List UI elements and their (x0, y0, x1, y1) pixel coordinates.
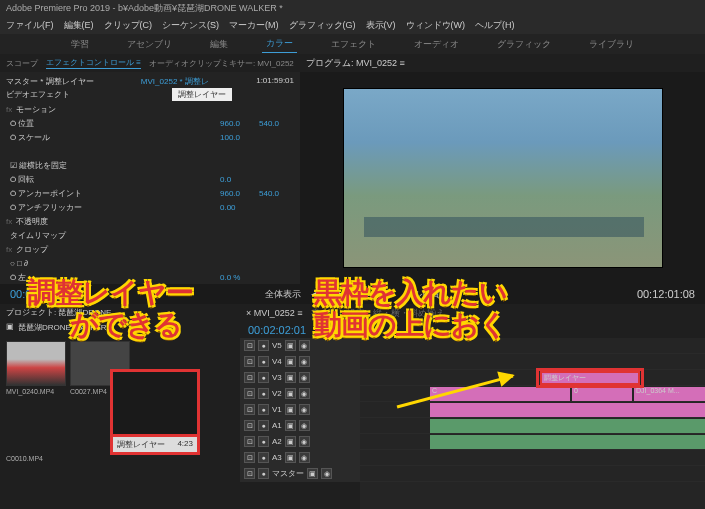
effect-prop[interactable]: ☑ 縦横比を固定 (10, 160, 216, 171)
panel-tab[interactable]: スコープ (6, 58, 38, 69)
effect-prop[interactable]: Ö アンカーポイント (10, 188, 216, 199)
layer-tag: 調整レイヤー (172, 88, 232, 101)
video-effects-label: ビデオエフェクト (6, 89, 294, 100)
workspace-tab[interactable]: 編集 (206, 36, 232, 53)
workspace-tab[interactable]: 学習 (67, 36, 93, 53)
panel-tab[interactable]: エフェクトコントロール ≡ (46, 57, 141, 69)
annotation-left-1: 調整レイヤー (28, 278, 193, 309)
adjustment-layer-thumb[interactable] (110, 369, 200, 437)
audio-a2[interactable] (430, 435, 705, 449)
effect-prop[interactable]: ○ □ ∂ (10, 259, 216, 268)
workspace-tab[interactable]: オーディオ (410, 36, 463, 53)
program-monitor[interactable] (300, 72, 705, 284)
effect-val[interactable]: 960.0 (220, 189, 255, 198)
effect-val[interactable]: 0.0 (220, 175, 255, 184)
workspace-tabs: 学習アセンブリ編集カラーエフェクトオーディオグラフィックライブラリ (0, 34, 705, 54)
panel-tab[interactable]: オーディオクリップミキサー: MVI_0252 (149, 58, 294, 69)
track-header[interactable]: ⊡●V3▣◉ (240, 370, 360, 386)
workspace-tab[interactable]: エフェクト (327, 36, 380, 53)
track-header[interactable]: ⊡●V1▣◉ (240, 402, 360, 418)
annotation-right-2: 動画の上におく (314, 310, 507, 341)
video-v1[interactable] (430, 403, 705, 417)
sequence-tab[interactable]: × MVI_0252 ≡ (246, 308, 303, 318)
video-clip-2[interactable]: 0 (572, 387, 632, 401)
effect-val[interactable]: 540.0 (259, 189, 294, 198)
effect-controls-panel: マスター * 調整レイヤー MVI_0252 * 調整レ 1:01:59:01 … (0, 72, 300, 284)
track-header[interactable]: ⊡●マスター▣◉ (240, 466, 360, 482)
effect-val[interactable]: 0.0 % (220, 273, 255, 282)
effect-prop[interactable]: クロップ (16, 244, 216, 255)
window-title: Adobe Premiere Pro 2019 - b¥Adobe動画¥琵琶湖D… (0, 0, 705, 18)
fit-dropdown[interactable]: 全体表示 (265, 288, 301, 301)
thumb-0240[interactable] (6, 341, 66, 386)
effect-timecode: 1:01:59:01 (256, 76, 294, 87)
track-header[interactable]: ⊡●A1▣◉ (240, 418, 360, 434)
program-label: プログラム: MVI_0252 ≡ (306, 57, 405, 70)
master-label: マスター * 調整レイヤー (6, 76, 94, 87)
effect-val[interactable]: 100.0 (220, 133, 255, 142)
thumb-c0010-label: C0010.MP4 (6, 455, 234, 462)
menu-item[interactable]: ヘルプ(H) (475, 19, 515, 33)
video-clip-3[interactable]: DJI_0364 M... (634, 387, 705, 401)
adj-duration: 4:23 (177, 439, 193, 450)
effect-val[interactable]: 960.0 (220, 119, 255, 128)
menu-item[interactable]: シーケンス(S) (162, 19, 219, 33)
effect-prop[interactable]: Ö 位置 (10, 118, 216, 129)
menu-item[interactable]: ファイル(F) (6, 19, 54, 33)
workspace-tab[interactable]: アセンブリ (123, 36, 176, 53)
menu-bar: ファイル(F)編集(E)クリップ(C)シーケンス(S)マーカー(M)グラフィック… (0, 18, 705, 34)
effect-prop[interactable]: Ö アンチフリッカー (10, 202, 216, 213)
track-header[interactable]: ⊡●A3▣◉ (240, 450, 360, 466)
clip-link[interactable]: MVI_0252 * 調整レ (141, 76, 209, 87)
menu-item[interactable]: 編集(E) (64, 19, 94, 33)
menu-item[interactable]: クリップ(C) (104, 19, 153, 33)
audio-a1[interactable] (430, 419, 705, 433)
effect-prop[interactable]: Ö スケール (10, 132, 216, 143)
annotation-right-1: 黒枠を入れたい (314, 278, 507, 309)
menu-item[interactable]: グラフィック(G) (289, 19, 356, 33)
effect-prop[interactable]: モーション (16, 104, 216, 115)
menu-item[interactable]: マーカー(M) (229, 19, 279, 33)
effect-val[interactable]: 540.0 (259, 119, 294, 128)
effect-prop[interactable]: 不透明度 (16, 216, 216, 227)
track-header[interactable]: ⊡●V2▣◉ (240, 386, 360, 402)
workspace-tab[interactable]: グラフィック (493, 36, 555, 53)
menu-item[interactable]: 表示(V) (366, 19, 396, 33)
source-panel-tabs: スコープエフェクトコントロール ≡オーディオクリップミキサー: MVI_0252 (0, 54, 300, 72)
video-frame (343, 88, 663, 268)
effect-val[interactable]: 0.00 (220, 203, 255, 212)
annotation-left-2: ができる (70, 310, 182, 341)
thumb-0240-label: MVI_0240.MP4 (6, 388, 66, 395)
adj-name: 調整レイヤー (117, 439, 165, 450)
workspace-tab[interactable]: ライブラリ (585, 36, 638, 53)
menu-item[interactable]: ウィンドウ(W) (406, 19, 466, 33)
timeline-tc: 00:02:02:01 (248, 324, 306, 336)
track-header[interactable]: ⊡●V4▣◉ (240, 354, 360, 370)
program-tc-out: 00:12:01:08 (637, 288, 695, 300)
bin-icon[interactable]: ▣ (6, 322, 14, 333)
effect-prop[interactable]: Ö 回転 (10, 174, 216, 185)
track-header[interactable]: ⊡●A2▣◉ (240, 434, 360, 450)
effect-prop[interactable]: タイムリマップ (10, 230, 216, 241)
workspace-tab[interactable]: カラー (262, 35, 297, 53)
highlight-box (536, 368, 644, 388)
